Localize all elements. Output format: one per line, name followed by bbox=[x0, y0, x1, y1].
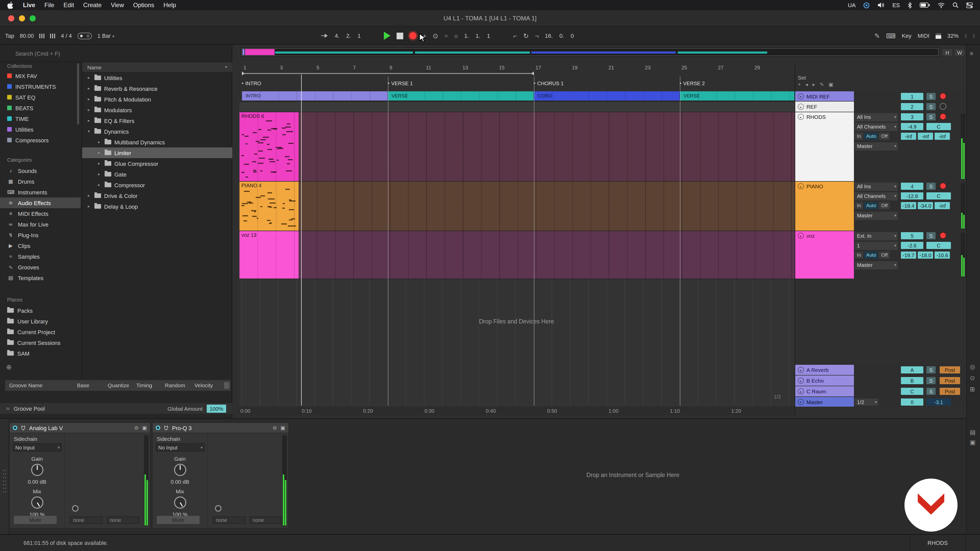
track-name-cell[interactable]: ▸ Master bbox=[795, 397, 854, 407]
track-name-cell[interactable]: ▸ A Reverb bbox=[795, 365, 854, 375]
collection-item[interactable]: INSTRUMENTS bbox=[0, 81, 81, 92]
unfold-track-icon[interactable]: ▸ bbox=[798, 103, 804, 110]
solo-button[interactable]: S bbox=[926, 366, 935, 373]
sidebar-place-item[interactable]: SAM bbox=[0, 348, 81, 359]
mix-knob[interactable] bbox=[31, 496, 43, 509]
prev-locator-icon[interactable]: ◂ bbox=[805, 82, 808, 87]
browser-tree-item[interactable]: ▸ Utilities bbox=[82, 73, 232, 83]
browser-tree-item[interactable]: ▸ Drive & Color bbox=[82, 190, 232, 201]
track-header-piano[interactable]: ▸ PIANO All Ins All Channels In Auto Off… bbox=[795, 182, 966, 230]
unfold-track-icon[interactable]: ▸ bbox=[798, 378, 804, 384]
tap-tempo-button[interactable]: Tap bbox=[5, 33, 14, 39]
groove-col-base[interactable]: Base bbox=[77, 382, 89, 388]
optimize-width-button[interactable]: W bbox=[954, 48, 965, 57]
track-name-cell[interactable]: ▸ RHODS bbox=[795, 112, 854, 181]
monitor-in-button[interactable]: In bbox=[855, 202, 863, 209]
solo-button[interactable]: S bbox=[926, 377, 935, 384]
locator-chorus-1[interactable]: ▸CHORUS 1 bbox=[534, 79, 563, 87]
mix-knob[interactable] bbox=[174, 496, 186, 509]
browser-tree-item[interactable]: ▸ EQ & Filters bbox=[82, 115, 232, 126]
sidebar-category-item[interactable]: ∿ Grooves bbox=[0, 262, 81, 272]
send-a-chip[interactable]: -inf bbox=[901, 133, 916, 140]
output-select[interactable]: Master bbox=[855, 142, 898, 151]
save-preset-icon[interactable]: ▣ bbox=[280, 425, 285, 430]
master-volume-chip[interactable]: -3.1 bbox=[926, 399, 951, 406]
track-header-rhods[interactable]: ▸ RHODS All Ins All Channels In Auto Off… bbox=[795, 112, 966, 181]
nudge-down-icon[interactable] bbox=[40, 33, 45, 38]
locator-verse-2[interactable]: ▸VERSE 2 bbox=[680, 79, 705, 87]
time-signature-display[interactable]: 4 / 4 bbox=[61, 33, 72, 39]
disclosure-icon[interactable]: ▾ bbox=[86, 129, 91, 134]
device-view-icon[interactable]: ▣ bbox=[970, 439, 976, 446]
battery-icon[interactable] bbox=[920, 3, 930, 8]
device-title-bar[interactable]: Analog Lab V ⊘ ▣ bbox=[10, 423, 150, 433]
arm-button[interactable] bbox=[940, 113, 946, 120]
next-locator-icon[interactable]: ▸ bbox=[813, 82, 815, 87]
macro-slot[interactable]: none bbox=[250, 516, 282, 524]
global-amount-value[interactable]: 100% bbox=[207, 404, 226, 413]
marker-pencil-icon[interactable]: ✎ bbox=[820, 82, 824, 87]
sidebar-category-item[interactable]: ≋ Audio Effects bbox=[0, 197, 81, 208]
track-lane-voz[interactable]: voz 13 bbox=[239, 231, 795, 279]
groove-col-timing[interactable]: Timing bbox=[136, 382, 152, 388]
mute-button[interactable]: Mute bbox=[14, 516, 57, 524]
track-name-cell[interactable]: ▸ PIANO bbox=[795, 182, 854, 230]
bluetooth-icon[interactable] bbox=[907, 2, 912, 8]
macro-slot[interactable]: none bbox=[70, 516, 103, 524]
unfold-track-icon[interactable]: ▸ bbox=[798, 114, 804, 120]
disclosure-icon[interactable]: ▸ bbox=[97, 183, 102, 187]
sidebar-category-item[interactable]: ▦ Drums bbox=[0, 176, 81, 187]
channel-select[interactable]: All Channels bbox=[855, 192, 898, 200]
volume-chip[interactable]: -2.6 bbox=[901, 242, 923, 249]
empty-arrangement-area[interactable] bbox=[239, 279, 795, 406]
track-name-cell[interactable]: ▸ REF bbox=[795, 102, 854, 112]
groove-col-name[interactable]: Groove Name bbox=[9, 382, 43, 388]
solo-button[interactable]: S bbox=[926, 113, 935, 121]
groove-scrollbar[interactable] bbox=[224, 382, 229, 389]
menu-item[interactable]: Live bbox=[23, 2, 35, 9]
send-b-chip[interactable]: -18.0 bbox=[918, 251, 933, 259]
nudge-up-icon[interactable] bbox=[50, 33, 56, 38]
disclosure-icon[interactable]: ▸ bbox=[86, 108, 91, 112]
device-activator-icon[interactable] bbox=[13, 426, 18, 430]
return-header-a-reverb[interactable]: ▸ A Reverb A S Post bbox=[795, 365, 966, 375]
solo-button[interactable]: S bbox=[926, 183, 935, 190]
add-locator-icon[interactable]: + bbox=[798, 82, 801, 87]
key-map-button[interactable]: Key bbox=[902, 33, 912, 39]
macro-slot[interactable]: none bbox=[107, 516, 139, 524]
detail-view-grip[interactable] bbox=[0, 419, 9, 535]
menu-item[interactable]: File bbox=[45, 2, 54, 9]
device-activator-icon[interactable] bbox=[156, 426, 160, 430]
menu-item[interactable]: Create bbox=[83, 2, 102, 9]
name-column-header[interactable]: Name ▾ bbox=[82, 62, 232, 73]
cue-volume-chip[interactable]: 0 bbox=[901, 399, 923, 406]
timeline[interactable]: 1357911131517192123252729 ▸INTRO▸VERSE 1… bbox=[239, 62, 795, 415]
track-lane-ref[interactable] bbox=[239, 102, 795, 112]
ua-menu-item[interactable]: UA bbox=[848, 2, 856, 8]
loop-button[interactable]: ↻ bbox=[523, 32, 529, 39]
browser-tree-item[interactable]: ▸ Pitch & Modulation bbox=[82, 94, 232, 105]
control-center-icon[interactable] bbox=[966, 2, 973, 8]
menu-item[interactable]: Options bbox=[133, 2, 154, 9]
arm-button[interactable] bbox=[940, 183, 946, 189]
loop-length-display[interactable]: 16. 0. 0 bbox=[545, 33, 588, 39]
overview-viewbox[interactable] bbox=[242, 48, 939, 56]
monitor-auto-button[interactable]: Auto bbox=[864, 202, 878, 209]
browser-tree-item[interactable]: ▸ Limiter bbox=[82, 148, 232, 158]
disclosure-icon[interactable]: ▸ bbox=[97, 172, 102, 176]
send-a-chip[interactable]: -18.4 bbox=[901, 202, 916, 209]
loop-brace[interactable] bbox=[242, 73, 534, 74]
menu-item[interactable]: Edit bbox=[64, 2, 74, 9]
faded-rhods[interactable] bbox=[299, 112, 795, 181]
sidebar-place-item[interactable]: User Library bbox=[0, 316, 81, 327]
track-lane-piano[interactable]: PIANO 4 bbox=[239, 182, 795, 231]
track-name-cell[interactable]: ▸ B Echo bbox=[795, 375, 854, 386]
cue-output-select[interactable]: 1/2 bbox=[855, 399, 878, 406]
post-toggle[interactable]: Post bbox=[940, 366, 960, 373]
panel-menu-icon[interactable]: ≡ bbox=[970, 50, 974, 57]
locator-verse-1[interactable]: ▸VERSE 1 bbox=[388, 79, 413, 87]
collection-item[interactable]: SAT EQ bbox=[0, 92, 81, 103]
unfold-track-icon[interactable]: ▸ bbox=[798, 183, 804, 189]
sidebar-category-item[interactable]: ≈ Samples bbox=[0, 251, 81, 262]
clip-voz[interactable]: voz 13 bbox=[239, 231, 299, 279]
